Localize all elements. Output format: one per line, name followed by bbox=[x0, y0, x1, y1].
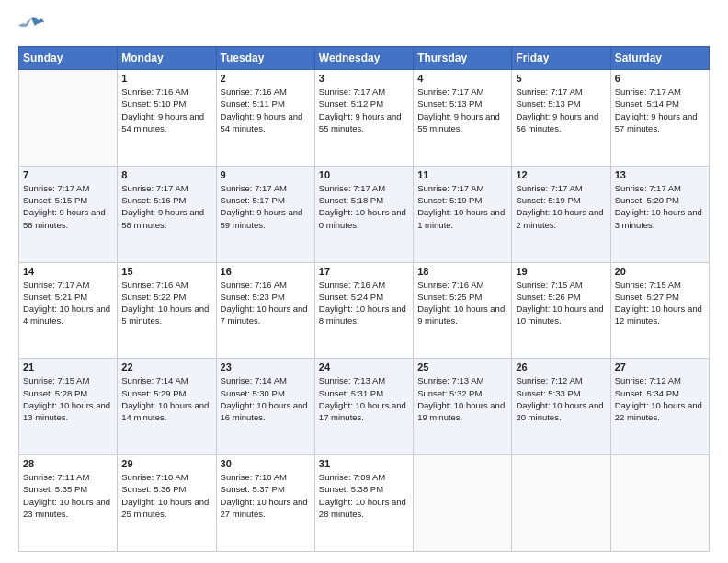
calendar-cell: 29Sunrise: 7:10 AMSunset: 5:36 PMDayligh… bbox=[118, 455, 216, 552]
day-number: 2 bbox=[221, 73, 311, 84]
day-info: Sunrise: 7:17 AMSunset: 5:20 PMDaylight:… bbox=[615, 182, 705, 231]
day-number: 24 bbox=[319, 362, 409, 373]
day-header-saturday: Saturday bbox=[610, 47, 709, 70]
day-info: Sunrise: 7:16 AMSunset: 5:22 PMDaylight:… bbox=[121, 279, 211, 327]
day-number: 17 bbox=[319, 266, 409, 277]
day-number: 13 bbox=[615, 169, 705, 180]
logo bbox=[18, 15, 48, 37]
page: SundayMondayTuesdayWednesdayThursdayFrid… bbox=[0, 0, 728, 563]
day-info: Sunrise: 7:17 AMSunset: 5:13 PMDaylight:… bbox=[417, 86, 507, 134]
day-info: Sunrise: 7:17 AMSunset: 5:19 PMDaylight:… bbox=[417, 182, 507, 231]
day-info: Sunrise: 7:17 AMSunset: 5:21 PMDaylight:… bbox=[23, 279, 113, 327]
day-number: 5 bbox=[516, 73, 606, 84]
day-number: 8 bbox=[121, 169, 211, 180]
calendar-cell: 10Sunrise: 7:17 AMSunset: 5:18 PMDayligh… bbox=[314, 166, 413, 262]
calendar-cell: 2Sunrise: 7:16 AMSunset: 5:11 PMDaylight… bbox=[216, 70, 314, 167]
day-number: 9 bbox=[221, 169, 311, 180]
day-number: 1 bbox=[121, 73, 211, 84]
day-info: Sunrise: 7:10 AMSunset: 5:37 PMDaylight:… bbox=[221, 471, 311, 520]
day-info: Sunrise: 7:17 AMSunset: 5:14 PMDaylight:… bbox=[615, 86, 705, 134]
calendar-cell: 30Sunrise: 7:10 AMSunset: 5:37 PMDayligh… bbox=[216, 455, 314, 552]
calendar-week-row: 14Sunrise: 7:17 AMSunset: 5:21 PMDayligh… bbox=[19, 262, 710, 359]
calendar-cell: 7Sunrise: 7:17 AMSunset: 5:15 PMDaylight… bbox=[19, 166, 118, 262]
day-info: Sunrise: 7:15 AMSunset: 5:26 PMDaylight:… bbox=[516, 279, 606, 327]
day-header-sunday: Sunday bbox=[19, 47, 118, 70]
calendar-cell: 12Sunrise: 7:17 AMSunset: 5:19 PMDayligh… bbox=[512, 166, 610, 262]
day-number: 28 bbox=[23, 458, 113, 469]
calendar-cell: 9Sunrise: 7:17 AMSunset: 5:17 PMDaylight… bbox=[216, 166, 314, 262]
day-number: 16 bbox=[221, 266, 311, 277]
calendar-cell: 4Sunrise: 7:17 AMSunset: 5:13 PMDaylight… bbox=[414, 70, 512, 167]
calendar-cell: 14Sunrise: 7:17 AMSunset: 5:21 PMDayligh… bbox=[19, 262, 118, 359]
day-header-tuesday: Tuesday bbox=[216, 47, 314, 70]
calendar-cell: 11Sunrise: 7:17 AMSunset: 5:19 PMDayligh… bbox=[414, 166, 512, 262]
day-info: Sunrise: 7:15 AMSunset: 5:27 PMDaylight:… bbox=[615, 279, 705, 327]
day-number: 21 bbox=[23, 362, 113, 373]
day-number: 12 bbox=[516, 169, 606, 180]
day-number: 26 bbox=[516, 362, 606, 373]
day-info: Sunrise: 7:12 AMSunset: 5:34 PMDaylight:… bbox=[615, 374, 705, 423]
day-info: Sunrise: 7:17 AMSunset: 5:18 PMDaylight:… bbox=[319, 182, 409, 231]
calendar-cell: 21Sunrise: 7:15 AMSunset: 5:28 PMDayligh… bbox=[19, 359, 118, 455]
calendar-cell: 26Sunrise: 7:12 AMSunset: 5:33 PMDayligh… bbox=[512, 359, 610, 455]
header bbox=[18, 15, 710, 37]
day-info: Sunrise: 7:10 AMSunset: 5:36 PMDaylight:… bbox=[121, 471, 211, 520]
day-header-friday: Friday bbox=[512, 47, 610, 70]
day-info: Sunrise: 7:17 AMSunset: 5:15 PMDaylight:… bbox=[23, 182, 113, 231]
day-number: 19 bbox=[516, 266, 606, 277]
day-info: Sunrise: 7:16 AMSunset: 5:24 PMDaylight:… bbox=[319, 279, 409, 327]
calendar-cell: 27Sunrise: 7:12 AMSunset: 5:34 PMDayligh… bbox=[610, 359, 709, 455]
day-number: 14 bbox=[23, 266, 113, 277]
day-number: 6 bbox=[615, 73, 705, 84]
day-info: Sunrise: 7:16 AMSunset: 5:10 PMDaylight:… bbox=[121, 86, 211, 134]
calendar-week-row: 21Sunrise: 7:15 AMSunset: 5:28 PMDayligh… bbox=[19, 359, 710, 455]
day-info: Sunrise: 7:16 AMSunset: 5:25 PMDaylight:… bbox=[417, 279, 507, 327]
day-header-wednesday: Wednesday bbox=[314, 47, 413, 70]
day-number: 22 bbox=[121, 362, 211, 373]
day-number: 20 bbox=[615, 266, 705, 277]
day-number: 11 bbox=[417, 169, 507, 180]
day-info: Sunrise: 7:17 AMSunset: 5:12 PMDaylight:… bbox=[319, 86, 409, 134]
calendar-cell: 1Sunrise: 7:16 AMSunset: 5:10 PMDaylight… bbox=[118, 70, 216, 167]
calendar-week-row: 28Sunrise: 7:11 AMSunset: 5:35 PMDayligh… bbox=[19, 455, 710, 552]
calendar-cell: 28Sunrise: 7:11 AMSunset: 5:35 PMDayligh… bbox=[19, 455, 118, 552]
day-info: Sunrise: 7:15 AMSunset: 5:28 PMDaylight:… bbox=[23, 374, 113, 423]
calendar-cell: 6Sunrise: 7:17 AMSunset: 5:14 PMDaylight… bbox=[610, 70, 709, 167]
calendar-cell bbox=[610, 455, 709, 552]
day-number: 31 bbox=[319, 458, 409, 469]
calendar-header-row: SundayMondayTuesdayWednesdayThursdayFrid… bbox=[19, 47, 710, 70]
day-number: 7 bbox=[23, 169, 113, 180]
day-info: Sunrise: 7:14 AMSunset: 5:29 PMDaylight:… bbox=[121, 374, 211, 423]
calendar-cell bbox=[19, 70, 118, 167]
day-number: 18 bbox=[417, 266, 507, 277]
calendar-cell bbox=[512, 455, 610, 552]
day-info: Sunrise: 7:16 AMSunset: 5:11 PMDaylight:… bbox=[221, 86, 311, 134]
day-info: Sunrise: 7:12 AMSunset: 5:33 PMDaylight:… bbox=[516, 374, 606, 423]
day-header-thursday: Thursday bbox=[414, 47, 512, 70]
day-info: Sunrise: 7:14 AMSunset: 5:30 PMDaylight:… bbox=[221, 374, 311, 423]
calendar-cell: 22Sunrise: 7:14 AMSunset: 5:29 PMDayligh… bbox=[118, 359, 216, 455]
calendar-week-row: 1Sunrise: 7:16 AMSunset: 5:10 PMDaylight… bbox=[19, 70, 710, 167]
day-info: Sunrise: 7:13 AMSunset: 5:31 PMDaylight:… bbox=[319, 374, 409, 423]
calendar-cell: 8Sunrise: 7:17 AMSunset: 5:16 PMDaylight… bbox=[118, 166, 216, 262]
day-info: Sunrise: 7:13 AMSunset: 5:32 PMDaylight:… bbox=[417, 374, 507, 423]
calendar-cell: 16Sunrise: 7:16 AMSunset: 5:23 PMDayligh… bbox=[216, 262, 314, 359]
calendar-cell: 3Sunrise: 7:17 AMSunset: 5:12 PMDaylight… bbox=[314, 70, 413, 167]
day-number: 10 bbox=[319, 169, 409, 180]
calendar-cell: 25Sunrise: 7:13 AMSunset: 5:32 PMDayligh… bbox=[414, 359, 512, 455]
day-number: 27 bbox=[615, 362, 705, 373]
calendar-cell bbox=[414, 455, 512, 552]
day-info: Sunrise: 7:16 AMSunset: 5:23 PMDaylight:… bbox=[221, 279, 311, 327]
calendar-cell: 24Sunrise: 7:13 AMSunset: 5:31 PMDayligh… bbox=[314, 359, 413, 455]
calendar-cell: 20Sunrise: 7:15 AMSunset: 5:27 PMDayligh… bbox=[610, 262, 709, 359]
calendar-cell: 15Sunrise: 7:16 AMSunset: 5:22 PMDayligh… bbox=[118, 262, 216, 359]
day-info: Sunrise: 7:17 AMSunset: 5:17 PMDaylight:… bbox=[221, 182, 311, 231]
day-number: 25 bbox=[417, 362, 507, 373]
day-number: 29 bbox=[121, 458, 211, 469]
calendar-cell: 19Sunrise: 7:15 AMSunset: 5:26 PMDayligh… bbox=[512, 262, 610, 359]
calendar-cell: 17Sunrise: 7:16 AMSunset: 5:24 PMDayligh… bbox=[314, 262, 413, 359]
calendar-cell: 5Sunrise: 7:17 AMSunset: 5:13 PMDaylight… bbox=[512, 70, 610, 167]
calendar-table: SundayMondayTuesdayWednesdayThursdayFrid… bbox=[18, 46, 710, 552]
day-number: 3 bbox=[319, 73, 409, 84]
day-number: 15 bbox=[121, 266, 211, 277]
